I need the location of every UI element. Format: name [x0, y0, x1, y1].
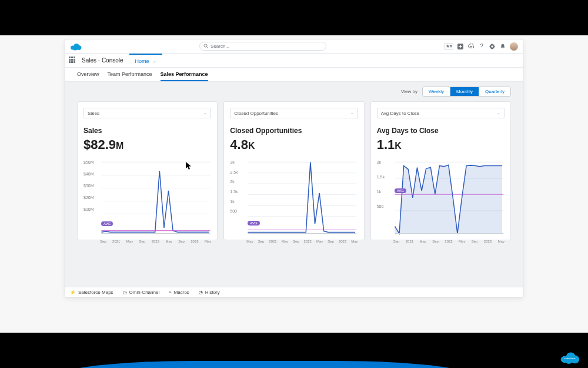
avg-badge: AVG — [395, 188, 406, 193]
y-tick: 2k — [230, 180, 234, 184]
chevron-down-icon: ⌄ — [350, 111, 354, 115]
y-tick: 500 — [230, 209, 237, 213]
y-tick: $10M — [83, 207, 94, 211]
viewby-weekly[interactable]: Weekly — [423, 87, 450, 96]
subtab-team-performance[interactable]: Team Performance — [108, 68, 152, 81]
svg-text:salesforce: salesforce — [564, 357, 576, 360]
help-icon[interactable]: ? — [478, 43, 485, 50]
viewby-row: View by Weekly Monthly Quarterly — [77, 87, 511, 97]
viewby-segmented: Weekly Monthly Quarterly — [422, 87, 511, 97]
viewby-monthly[interactable]: Monthly — [450, 87, 479, 96]
avg-badge: AVG — [101, 221, 113, 226]
chart-days: 2k1.5k1k500AVGSep2021MaySep2022MaySep202… — [377, 160, 505, 236]
clock-icon: ◔ — [199, 290, 203, 295]
y-tick: 1k — [377, 190, 381, 194]
card-title: Avg Days to Close — [377, 127, 505, 135]
macros-icon: » — [169, 290, 171, 295]
subtab-overview[interactable]: Overview — [77, 68, 99, 81]
y-tick: $50M — [83, 160, 94, 164]
svg-point-4 — [204, 44, 207, 47]
omni-icon: ◷ — [123, 290, 127, 295]
create-icon[interactable] — [457, 43, 464, 50]
card-value: 1.1K — [377, 137, 505, 152]
x-ticks: Sep2021MaySep2022MaySep2023May — [100, 240, 211, 243]
card-value: $82.9M — [83, 137, 211, 152]
notifications-bell-icon[interactable] — [499, 43, 506, 50]
card-select-closed[interactable]: Closed Opportunities⌄ — [230, 108, 358, 118]
svg-line-5 — [207, 47, 208, 48]
upload-icon[interactable] — [467, 43, 475, 50]
salesforce-badge-icon: salesforce — [560, 350, 580, 364]
dashboard-content: View by Weekly Monthly Quarterly Sales⌄S… — [65, 82, 523, 297]
svg-point-7 — [491, 45, 493, 47]
subtab-sales-performance[interactable]: Sales Performance — [161, 68, 208, 81]
metric-card-days: Avg Days to Close⌄Avg Days to Close1.1K2… — [370, 101, 511, 240]
card-title: Sales — [83, 127, 211, 135]
y-tick: $30M — [83, 184, 94, 188]
app-name: Sales - Console — [82, 57, 123, 64]
cards-row: Sales⌄Sales$82.9M$50M$40M$30M$20M$10MAVG… — [77, 101, 511, 240]
y-tick: 1.5k — [230, 190, 238, 194]
card-select-days[interactable]: Avg Days to Close⌄ — [377, 108, 505, 118]
viewby-quarterly[interactable]: Quarterly — [479, 87, 510, 96]
salesforce-logo-icon — [70, 42, 82, 51]
utility-bar: ⚡Salesforce Maps ◷Omni-Channel »Macros ◔… — [65, 287, 523, 297]
x-ticks: Sep2021MaySep2022MaySep2023May — [393, 240, 505, 243]
app-window: Search... ★▾ ? Sales - Console Home ⌄ — [65, 39, 523, 298]
card-select-sales[interactable]: Sales⌄ — [83, 108, 211, 118]
chart-sales: $50M$40M$30M$20M$10MAVGSep2021MaySep2022… — [83, 160, 211, 236]
y-tick: $20M — [83, 195, 94, 200]
util-omni-channel[interactable]: ◷Omni-Channel — [123, 290, 160, 295]
chart-closed: 3k2.5k2k1.5k1k500AVGMaySep2021MaySep2022… — [230, 160, 358, 236]
setup-gear-icon[interactable] — [489, 43, 496, 50]
y-tick: 1.5k — [377, 175, 385, 179]
search-placeholder: Search... — [211, 44, 229, 49]
navigation-bar: Sales - Console Home ⌄ — [65, 54, 523, 68]
metric-card-closed: Closed Opportunities⌄Closed Opportunitie… — [223, 101, 364, 240]
y-tick: $40M — [83, 172, 94, 176]
viewby-label: View by — [401, 89, 417, 94]
app-launcher-icon[interactable] — [69, 57, 77, 65]
y-tick: 2.5k — [230, 170, 238, 174]
util-macros[interactable]: »Macros — [169, 290, 189, 295]
y-tick: 1k — [230, 199, 234, 203]
x-ticks: MaySep2021MaySep2022MaySep2023May — [246, 240, 358, 243]
chevron-down-icon: ⌄ — [497, 111, 500, 115]
svg-point-3 — [73, 46, 78, 50]
bolt-icon: ⚡ — [70, 290, 76, 295]
chevron-down-icon: ⌄ — [203, 111, 207, 115]
favorites-button[interactable]: ★▾ — [444, 43, 453, 50]
header-actions: ★▾ ? — [444, 42, 518, 51]
global-search-input[interactable]: Search... — [199, 42, 326, 51]
search-icon — [203, 44, 208, 49]
sub-tabs: Overview Team Performance Sales Performa… — [65, 68, 523, 82]
wave-decoration — [59, 361, 470, 368]
nav-tab-home[interactable]: Home ⌄ — [129, 54, 162, 68]
util-history[interactable]: ◔History — [199, 290, 220, 295]
metric-card-sales: Sales⌄Sales$82.9M$50M$40M$30M$20M$10MAVG… — [77, 101, 218, 240]
util-salesforce-maps[interactable]: ⚡Salesforce Maps — [70, 290, 113, 295]
avg-badge: AVG — [248, 221, 259, 226]
global-header: Search... ★▾ ? — [65, 39, 523, 54]
card-value: 4.8K — [230, 137, 358, 152]
y-tick: 2k — [377, 160, 381, 164]
y-tick: 3k — [230, 160, 234, 164]
chevron-down-icon[interactable]: ⌄ — [153, 59, 156, 64]
y-tick: 500 — [377, 204, 384, 208]
user-avatar[interactable] — [510, 42, 518, 51]
card-title: Closed Opportunities — [230, 127, 358, 135]
